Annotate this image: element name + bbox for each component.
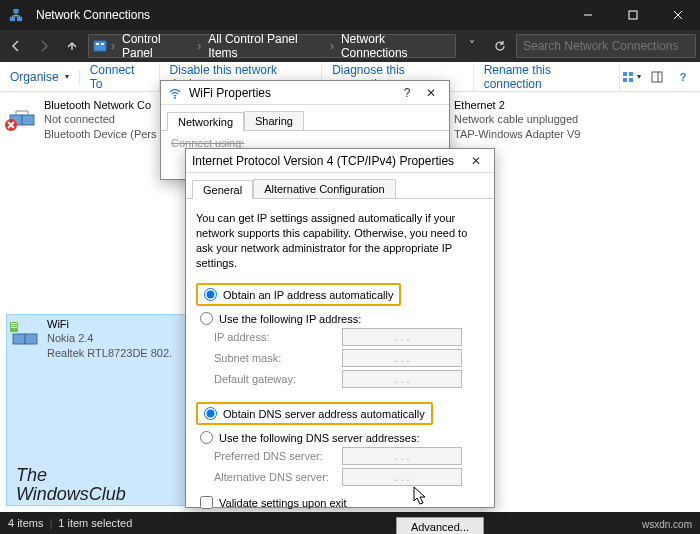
tab-alt-config[interactable]: Alternative Configuration [253, 179, 395, 198]
address-bar: › Control Panel › All Control Panel Item… [0, 30, 700, 62]
connection-status: Network cable unplugged [454, 112, 580, 126]
ipv4-dialog-titlebar[interactable]: Internet Protocol Version 4 (TCP/IPv4) P… [186, 149, 494, 173]
tab-general[interactable]: General [192, 180, 253, 199]
connection-status: Not connected [44, 112, 157, 126]
svg-rect-7 [94, 41, 106, 51]
radio-obtain-dns-auto[interactable]: Obtain DNS server address automatically [196, 402, 433, 425]
ipv4-tabs: General Alternative Configuration [186, 173, 494, 199]
svg-rect-2 [13, 9, 18, 13]
radio-use-dns-manual[interactable]: Use the following DNS server addresses: [200, 431, 484, 444]
refresh-button[interactable] [488, 34, 512, 58]
radio-obtain-ip-auto[interactable]: Obtain an IP address automatically [196, 283, 401, 306]
connection-device: Realtek RTL8723DE 802. [47, 346, 172, 360]
cursor-icon [413, 486, 429, 506]
field-alt-dns: Alternative DNS server: . . . [214, 468, 484, 486]
rename-button[interactable]: Rename this connection [474, 63, 620, 91]
validate-settings-checkbox[interactable] [200, 496, 213, 509]
help-button[interactable]: ? [672, 66, 694, 88]
radio-use-ip-manual[interactable]: Use the following IP address: [200, 312, 484, 325]
svg-rect-30 [11, 325, 17, 326]
svg-rect-14 [652, 72, 662, 82]
crumb-network-connections[interactable]: Network Connections [338, 32, 451, 60]
minimize-button[interactable] [565, 0, 610, 30]
chevron-right-icon: › [197, 39, 201, 53]
close-button[interactable] [655, 0, 700, 30]
connect-to-button[interactable]: Connect To [80, 63, 160, 91]
ipv4-dialog-close-button[interactable]: ✕ [464, 154, 488, 168]
titlebar: Network Connections [0, 0, 700, 30]
wifi-dialog-title: WiFi Properties [189, 86, 395, 100]
crumb-control-panel[interactable]: Control Panel [119, 32, 193, 60]
svg-rect-12 [623, 78, 627, 82]
connection-name: WiFi [47, 317, 172, 331]
field-subnet-mask: Subnet mask: . . . [214, 349, 484, 367]
back-button[interactable] [4, 34, 28, 58]
maximize-button[interactable] [610, 0, 655, 30]
ipv4-description: You can get IP settings assigned automat… [196, 211, 484, 270]
svg-rect-10 [623, 72, 627, 76]
ipv4-dialog-title: Internet Protocol Version 4 (TCP/IPv4) P… [192, 154, 464, 168]
preferred-dns-input: . . . [342, 447, 462, 465]
svg-rect-0 [10, 17, 15, 21]
network-icon [8, 7, 24, 23]
connection-name: Bluetooth Network Co [44, 98, 157, 112]
ipv4-properties-dialog: Internet Protocol Version 4 (TCP/IPv4) P… [185, 148, 495, 508]
field-ip-address: IP address: . . . [214, 328, 484, 346]
svg-rect-4 [629, 11, 637, 19]
wifi-dialog-titlebar[interactable]: WiFi Properties ? ✕ [161, 81, 449, 105]
svg-rect-26 [13, 334, 25, 344]
radio-ip-manual-input[interactable] [200, 312, 213, 325]
svg-rect-29 [11, 323, 17, 324]
status-selected-count: 1 item selected [58, 517, 132, 529]
connection-device: Bluetooth Device (Pers [44, 127, 157, 141]
tab-sharing[interactable]: Sharing [244, 111, 304, 130]
connection-status: Nokia 2.4 [47, 331, 172, 345]
svg-rect-8 [96, 43, 99, 45]
wifi-icon [167, 85, 183, 101]
search-input[interactable] [516, 34, 696, 58]
svg-rect-31 [11, 327, 17, 328]
radio-dns-auto-input[interactable] [204, 407, 217, 420]
ip-address-input: . . . [342, 328, 462, 346]
tab-networking[interactable]: Networking [167, 112, 244, 131]
window-title: Network Connections [32, 8, 565, 22]
view-options-button[interactable] [620, 66, 642, 88]
svg-rect-11 [629, 72, 633, 76]
breadcrumb[interactable]: › Control Panel › All Control Panel Item… [88, 34, 456, 58]
svg-rect-27 [25, 334, 37, 344]
bluetooth-icon [6, 98, 38, 130]
control-panel-icon [93, 39, 107, 53]
history-dropdown[interactable]: ˅ [460, 34, 484, 58]
wsxdn-watermark: wsxdn.com [642, 519, 692, 530]
up-button[interactable] [60, 34, 84, 58]
wifi-icon [9, 317, 41, 349]
organise-menu[interactable]: Organise [0, 70, 80, 84]
alt-dns-input: . . . [342, 468, 462, 486]
subnet-mask-input: . . . [342, 349, 462, 367]
preview-pane-button[interactable] [646, 66, 668, 88]
default-gateway-input: . . . [342, 370, 462, 388]
status-item-count: 4 items [8, 517, 43, 529]
advanced-button[interactable]: Advanced... [396, 517, 484, 534]
forward-button[interactable] [32, 34, 56, 58]
wifi-tabs: Networking Sharing [161, 105, 449, 131]
wifi-dialog-help-button[interactable]: ? [395, 86, 419, 100]
svg-rect-17 [22, 115, 34, 125]
radio-dns-manual-input[interactable] [200, 431, 213, 444]
connection-device: TAP-Windows Adapter V9 [454, 127, 580, 141]
field-preferred-dns: Preferred DNS server: . . . [214, 447, 484, 465]
svg-rect-1 [17, 17, 22, 21]
wifi-dialog-close-button[interactable]: ✕ [419, 86, 443, 100]
chevron-right-icon: › [111, 39, 115, 53]
field-default-gateway: Default gateway: . . . [214, 370, 484, 388]
svg-point-32 [174, 97, 176, 99]
connection-name: Ethernet 2 [454, 98, 580, 112]
chevron-right-icon: › [330, 39, 334, 53]
crumb-all-items[interactable]: All Control Panel Items [205, 32, 326, 60]
svg-rect-9 [101, 43, 104, 45]
radio-ip-auto-input[interactable] [204, 288, 217, 301]
validate-settings-checkbox-row[interactable]: Validate settings upon exit [200, 496, 484, 509]
svg-rect-13 [629, 78, 633, 82]
windowsclub-watermark: The WindowsClub [16, 466, 126, 504]
